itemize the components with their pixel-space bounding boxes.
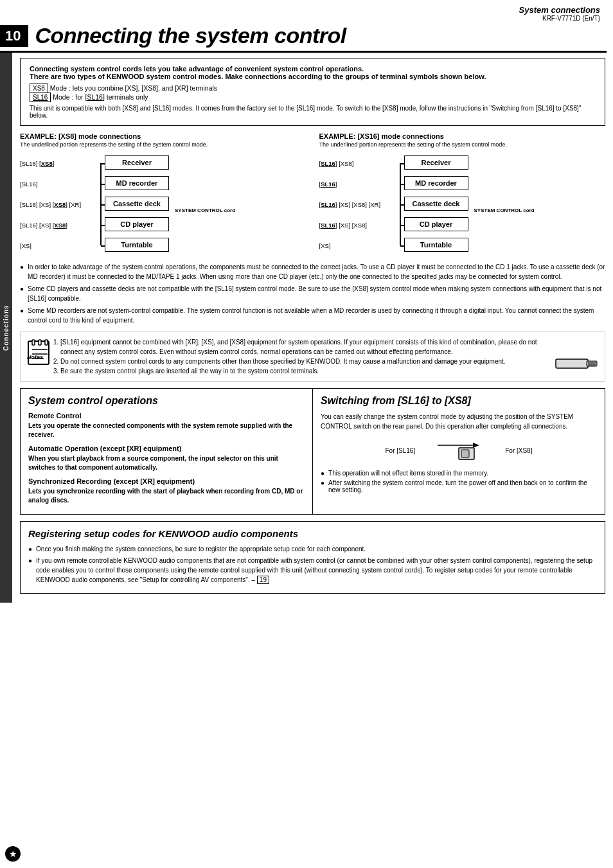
switching-note-2: ● After switching the system control mod…	[321, 479, 597, 493]
xs8-row-1: [SL16] [XS8]	[20, 153, 97, 173]
synchronized-body: Lets you synchronize recording with the …	[28, 487, 305, 505]
xs8-subtitle: The underlined portion represents the se…	[20, 141, 306, 148]
sw-bullet-1: ●	[321, 470, 324, 477]
sl16-labels: [SL16] [XS8] [SL16] [SL16] [XS] [XS8] [X…	[319, 153, 396, 256]
xs8-row-2: [SL16]	[20, 173, 97, 194]
xs8-labels: [SL16] [XS8] [SL16] [SL16] [XS] [XS8] [X…	[20, 153, 97, 256]
sl16-ctrl-label-area: SYSTEM CONTROL cord	[474, 153, 535, 256]
registering-title: Registering setup codes for KENWOOD audi…	[28, 528, 597, 539]
cd-box-sl16: CD player	[404, 217, 468, 231]
sl16-row-4: [SL16] [XS] [XS8]	[319, 215, 396, 235]
note-text-2: Some CD players and cassette decks are n…	[28, 284, 605, 303]
svg-marker-13	[473, 443, 479, 448]
bottom-columns: System control operations Remote Control…	[20, 388, 605, 515]
xs8-device-list: Receiver MD recorder Cassette deck CD pl…	[105, 153, 172, 256]
xs8-ctrl-label-area: SYSTEM CONTROL cord	[175, 153, 235, 256]
svg-rect-1	[32, 340, 35, 345]
cassette-box-xs8: Cassette deck	[105, 197, 169, 211]
note-text-3: Some MD recorders are not system-control…	[28, 306, 605, 325]
cable-illustration	[555, 337, 600, 376]
examples-row: EXAMPLE: [XS8] mode connections The unde…	[20, 132, 605, 256]
sw-note-text-2: After switching the system control mode,…	[328, 479, 597, 493]
intro-line2: There are two types of KENWOOD system co…	[30, 73, 596, 80]
reg-note-text-2: If you own remote controllable KENWOOD a…	[36, 556, 597, 585]
bullet-3: ●	[20, 306, 24, 325]
reg-note-text-1: Once you finish making the system connec…	[36, 544, 366, 554]
note-text-1: In order to take advantage of the system…	[28, 262, 605, 281]
remote-control-body: Lets you operate the connected component…	[28, 421, 305, 439]
bullet-1: ●	[20, 262, 24, 281]
tt-box-xs8: Turntable	[105, 238, 169, 252]
cassette-box-sl16: Cassette deck	[404, 197, 468, 211]
sl16-example: EXAMPLE: [XS16] mode connections The und…	[319, 132, 606, 256]
model-number: KRF-V7771D (En/T)	[519, 15, 600, 22]
system-control-section: System control operations Remote Control…	[21, 389, 313, 514]
system-control-title: System control operations	[28, 395, 305, 407]
switch-arrow-svg	[434, 439, 486, 462]
xs8-connector-lines	[97, 153, 105, 256]
automatic-body: When you start playback from a source co…	[28, 454, 305, 472]
bullet-2: ●	[20, 284, 24, 303]
remote-control-heading: Remote Control	[28, 412, 305, 420]
sl16-row-5: [XS]	[319, 235, 396, 256]
reg-note-1: ● Once you finish making the system conn…	[28, 544, 597, 554]
star-badge: ★	[5, 846, 21, 862]
registering-section: Registering setup codes for KENWOOD audi…	[20, 521, 605, 594]
xs8-row-4: [SL16] [XS] [XS8]	[20, 215, 97, 235]
xs8-title: EXAMPLE: [XS8] mode connections	[20, 132, 306, 140]
sl16-device-list: Receiver MD recorder Cassette deck CD pl…	[404, 153, 472, 256]
device-tt-sl16: Turntable	[404, 235, 472, 256]
note-2: ● Some CD players and cassette decks are…	[20, 284, 605, 303]
device-md-sl16: MD recorder	[404, 173, 472, 194]
page-number: 10	[0, 25, 28, 47]
for-xs8-label: For [XS8]	[505, 447, 532, 454]
xs8-diagram: [SL16] [XS8] [SL16] [SL16] [XS] [XS8] [X…	[20, 153, 306, 256]
switch-visual	[434, 439, 486, 462]
svg-rect-8	[556, 359, 588, 368]
for-sl16-label: For [SL16]	[386, 447, 416, 454]
bullet-notes: ● In order to take advantage of the syst…	[20, 262, 605, 325]
sl16-connector-lines	[396, 153, 404, 256]
tt-box-sl16: Turntable	[404, 238, 468, 252]
intro-box: Connecting system control cords lets you…	[20, 58, 605, 126]
sl16-ctrl-label: SYSTEM CONTROL cord	[474, 208, 535, 214]
sl16-row-3: [SL16] [XS] [XS8] [XR]	[319, 194, 396, 215]
switching-body: You can easily change the system control…	[321, 412, 597, 431]
switching-title: Switching from [SL16] to [XS8]	[321, 395, 597, 407]
factory-note: This unit is compatible with both [XS8] …	[30, 105, 596, 119]
md-box-sl16: MD recorder	[404, 176, 468, 190]
xs8-ctrl-label: SYSTEM CONTROL cord	[175, 208, 235, 214]
notes-icon-svg: Notes	[26, 339, 54, 367]
note-3: ● Some MD recorders are not system-contr…	[20, 306, 605, 325]
reg-quote: "Setup for controlling AV components".	[140, 576, 250, 583]
receiver-box-xs8: Receiver	[105, 155, 169, 170]
sl16-mode-item: SL16 Mode : for [SL16] terminals only	[30, 93, 596, 101]
receiver-box-sl16: Receiver	[404, 155, 468, 170]
sw-note-text-1: This operation will not effect items sto…	[328, 470, 488, 477]
notes-box: Notes [SL16] equipment cannot be combine…	[20, 332, 605, 382]
cable-svg	[555, 354, 600, 373]
sl16-row-1: [SL16] [XS8]	[319, 153, 396, 173]
section-title: System connections	[519, 5, 600, 15]
xs8-label: XS8	[30, 84, 48, 93]
svg-rect-3	[45, 340, 48, 345]
xs8-row-3: [SL16] [XS] [XS8] [XR]	[20, 194, 97, 215]
page: System connections KRF-V7771D (En/T) 10 …	[0, 0, 613, 868]
sidebar-label: Connections	[0, 53, 12, 603]
reg-bullet-1: ●	[28, 544, 32, 554]
content-area: Connections Connecting system control co…	[0, 53, 613, 603]
sl16-title: EXAMPLE: [XS16] mode connections	[319, 132, 606, 140]
sl16-diagram: [SL16] [XS8] [SL16] [SL16] [XS] [XS8] [X…	[319, 153, 606, 256]
svg-text:Notes: Notes	[27, 354, 43, 360]
sw-bullet-2: ●	[321, 479, 324, 493]
xs8-devices-area: Receiver MD recorder Cassette deck CD pl…	[97, 153, 235, 256]
notes-icon: Notes	[26, 339, 54, 367]
reg-bullet-2: ●	[28, 556, 32, 585]
sl16-label: SL16	[30, 93, 51, 102]
reg-note-2: ● If you own remote controllable KENWOOD…	[28, 556, 597, 585]
cd-box-xs8: CD player	[105, 217, 169, 231]
svg-rect-9	[587, 361, 597, 366]
switching-note-1: ● This operation will not effect items s…	[321, 470, 597, 477]
page-header: System connections KRF-V7771D (En/T)	[0, 0, 613, 23]
notes-list: [SL16] equipment cannot be combined with…	[60, 337, 542, 376]
